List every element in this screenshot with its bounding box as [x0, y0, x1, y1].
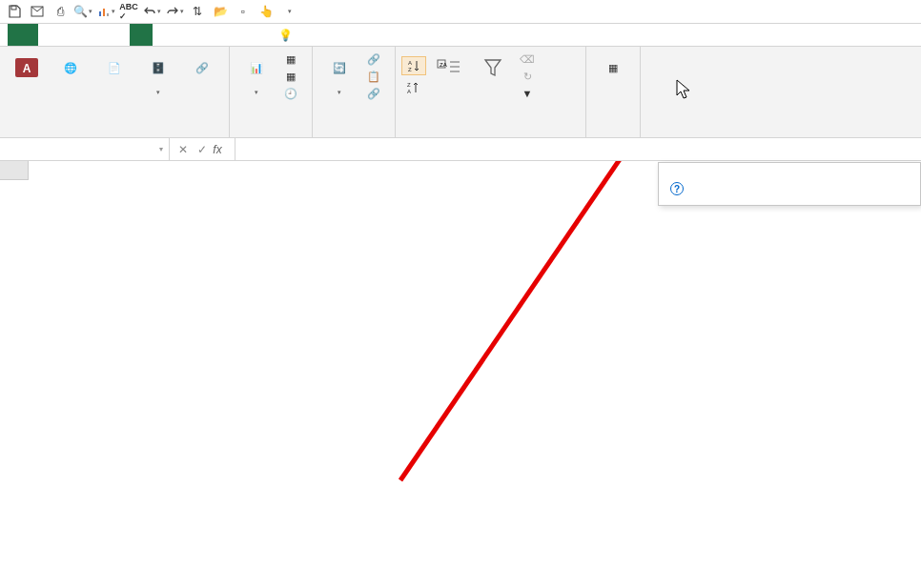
access-icon: A — [11, 52, 42, 83]
fx-icon[interactable]: fx — [212, 140, 231, 159]
filter-button[interactable] — [472, 51, 514, 87]
tab-file[interactable] — [8, 24, 38, 46]
enter-formula-icon[interactable]: ✓ — [193, 140, 212, 159]
text-file-icon: 📄 — [99, 52, 130, 83]
table2-icon: ▦ — [283, 69, 298, 84]
svg-rect-2 — [99, 11, 101, 16]
tab-insert[interactable] — [61, 24, 84, 46]
sort-icon: ZA — [434, 52, 464, 83]
advanced-filter-button[interactable]: ▼ — [516, 85, 542, 102]
props-icon: 📋 — [366, 69, 381, 84]
refresh-all-button[interactable]: 🔄 — [318, 51, 360, 98]
table-icon: ▦ — [283, 51, 298, 67]
svg-text:A: A — [408, 60, 412, 66]
tab-home[interactable] — [38, 24, 61, 46]
group-label-get-transform — [235, 133, 306, 137]
new-query-button[interactable]: 📊 — [235, 51, 277, 98]
from-access-button[interactable]: A — [6, 51, 48, 87]
connections-icon: 🔗 — [187, 52, 217, 83]
new-query-icon: 📊 — [241, 52, 272, 83]
svg-text:Z: Z — [408, 67, 412, 72]
undo-icon[interactable] — [141, 1, 162, 22]
reapply-button: ↻ — [516, 68, 542, 85]
ribbon: A 🌐 📄 🗄️ 🔗 📊 ▦ ▦ 🕘 🔄 🔗 📋 🔗 — [0, 47, 921, 138]
from-table-button[interactable]: ▦ — [279, 68, 306, 85]
touch-mode-icon[interactable]: 👆 — [256, 1, 276, 22]
existing-connections-button[interactable]: 🔗 — [181, 51, 223, 87]
formula-input[interactable] — [235, 138, 921, 160]
from-other-sources-button[interactable]: 🗄️ — [137, 51, 179, 98]
svg-text:Z: Z — [407, 82, 411, 88]
formula-bar: ✕ ✓ fx — [0, 138, 921, 161]
convert-icon: ▦ — [598, 52, 628, 83]
recent-sources-button[interactable]: 🕘 — [279, 85, 306, 102]
spellcheck-icon[interactable]: ABC✓ — [118, 1, 139, 22]
tab-help[interactable] — [244, 24, 267, 46]
redo-icon[interactable] — [164, 1, 185, 22]
email-icon[interactable] — [27, 1, 48, 22]
link-icon: 🔗 — [366, 51, 381, 67]
cancel-formula-icon[interactable]: ✕ — [174, 140, 193, 159]
tab-developer[interactable] — [221, 24, 244, 46]
sort-ascending-button[interactable]: AZ — [401, 56, 426, 75]
svg-text:A: A — [407, 89, 411, 94]
from-web-button[interactable]: 🌐 — [50, 51, 92, 87]
show-queries-button[interactable]: ▦ — [279, 51, 306, 68]
sort-ascending-tooltip: ? — [658, 162, 921, 206]
tell-me-search[interactable]: 💡 — [267, 24, 308, 46]
from-text-button[interactable]: 📄 — [93, 51, 135, 87]
sort-az-icon: AZ — [406, 58, 421, 73]
sort-button[interactable]: ZA — [428, 51, 470, 87]
quick-access-toolbar: ⎙ 🔍 ABC✓ ⇅ 📂 ▫ 👆 — [0, 0, 921, 24]
globe-icon: 🌐 — [55, 52, 86, 83]
text-to-columns-button[interactable]: ▦ — [592, 51, 634, 87]
spreadsheet[interactable] — [0, 161, 921, 588]
qat-customize-icon[interactable] — [278, 1, 299, 22]
name-box[interactable] — [0, 138, 170, 160]
svg-rect-4 — [107, 13, 109, 16]
quick-print-icon[interactable]: ⎙ — [50, 1, 71, 22]
tab-data[interactable] — [130, 24, 153, 46]
tab-excelformation[interactable] — [198, 24, 221, 46]
refresh-icon: 🔄 — [324, 52, 355, 83]
svg-text:ZA: ZA — [440, 62, 447, 68]
sort-descending-button[interactable]: ZA — [401, 79, 426, 96]
clear-filter-button: ⌫ — [516, 51, 542, 68]
lightbulb-icon: 💡 — [278, 29, 293, 42]
connections-button[interactable]: 🔗 — [362, 51, 389, 68]
recent-icon: 🕘 — [283, 86, 298, 101]
group-label-external-data — [6, 133, 223, 137]
open-icon[interactable]: 📂 — [210, 1, 231, 22]
filter-icon — [478, 52, 508, 83]
advanced-icon: ▼ — [520, 86, 535, 101]
new-icon[interactable]: ▫ — [233, 1, 254, 22]
edit-link-icon: 🔗 — [366, 86, 381, 101]
tab-review[interactable] — [153, 24, 175, 46]
sort-za-icon: ZA — [405, 80, 420, 95]
svg-rect-3 — [103, 9, 105, 16]
sort-asc-qat-icon[interactable]: ⇅ — [187, 1, 208, 22]
tooltip-learn-more-link[interactable]: ? — [670, 182, 909, 195]
group-label-connections — [318, 133, 389, 137]
svg-text:A: A — [23, 62, 31, 75]
reapply-icon: ↻ — [520, 69, 535, 84]
properties-button: 📋 — [362, 68, 389, 85]
tab-view[interactable] — [175, 24, 198, 46]
tab-formulas[interactable] — [107, 24, 130, 46]
clear-icon: ⌫ — [520, 51, 535, 67]
group-label-sort-filter — [401, 133, 580, 137]
ribbon-tabs: 💡 — [0, 24, 921, 47]
chart-icon[interactable] — [95, 1, 116, 22]
tab-layout[interactable] — [84, 24, 107, 46]
save-icon[interactable] — [4, 1, 25, 22]
sources-icon: 🗄️ — [143, 52, 174, 83]
select-all-corner[interactable] — [0, 161, 29, 180]
print-preview-icon[interactable]: 🔍 — [72, 1, 93, 22]
help-icon: ? — [670, 182, 684, 195]
edit-links-button: 🔗 — [362, 85, 389, 102]
